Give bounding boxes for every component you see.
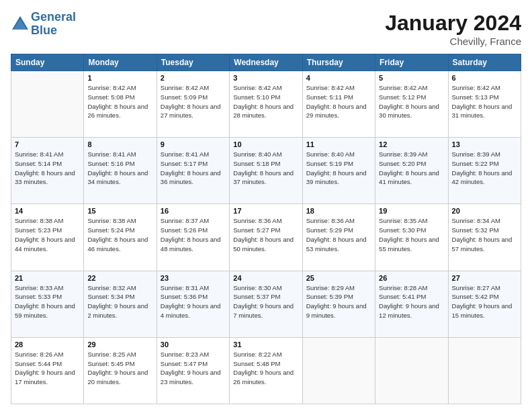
calendar-cell: 1Sunrise: 8:42 AMSunset: 5:08 PMDaylight… xyxy=(84,71,157,138)
day-info: Sunrise: 8:27 AMSunset: 5:42 PMDaylight:… xyxy=(452,283,517,320)
day-info: Sunrise: 8:26 AMSunset: 5:44 PMDaylight:… xyxy=(15,350,80,387)
day-number: 19 xyxy=(379,207,444,215)
calendar-cell xyxy=(11,71,84,138)
day-info: Sunrise: 8:42 AMSunset: 5:11 PMDaylight:… xyxy=(306,83,371,120)
day-info: Sunrise: 8:42 AMSunset: 5:09 PMDaylight:… xyxy=(161,83,226,120)
day-number: 17 xyxy=(233,207,298,215)
day-info: Sunrise: 8:41 AMSunset: 5:16 PMDaylight:… xyxy=(87,150,152,187)
day-number: 25 xyxy=(306,274,371,282)
day-number: 10 xyxy=(233,140,298,148)
calendar-cell: 23Sunrise: 8:31 AMSunset: 5:36 PMDayligh… xyxy=(157,271,229,337)
calendar-cell: 10Sunrise: 8:40 AMSunset: 5:18 PMDayligh… xyxy=(230,138,302,204)
calendar-cell: 15Sunrise: 8:38 AMSunset: 5:24 PMDayligh… xyxy=(84,204,157,271)
calendar-cell: 14Sunrise: 8:38 AMSunset: 5:23 PMDayligh… xyxy=(11,204,84,271)
calendar-cell: 29Sunrise: 8:25 AMSunset: 5:45 PMDayligh… xyxy=(84,337,157,404)
day-info: Sunrise: 8:38 AMSunset: 5:24 PMDaylight:… xyxy=(87,216,152,253)
calendar-cell: 16Sunrise: 8:37 AMSunset: 5:26 PMDayligh… xyxy=(157,204,229,271)
week-row-0: 1Sunrise: 8:42 AMSunset: 5:08 PMDaylight… xyxy=(11,71,521,138)
calendar-cell xyxy=(448,337,521,404)
day-info: Sunrise: 8:42 AMSunset: 5:10 PMDaylight:… xyxy=(233,83,298,120)
logo-icon xyxy=(11,15,30,34)
col-header-friday: Friday xyxy=(375,54,448,71)
day-number: 8 xyxy=(87,140,152,148)
location: Chevilly, France xyxy=(385,36,521,47)
calendar-cell: 21Sunrise: 8:33 AMSunset: 5:33 PMDayligh… xyxy=(11,271,84,337)
day-number: 1 xyxy=(87,74,152,82)
calendar-cell xyxy=(375,337,448,404)
calendar-cell xyxy=(302,337,375,404)
day-info: Sunrise: 8:29 AMSunset: 5:39 PMDaylight:… xyxy=(306,283,371,320)
day-number: 4 xyxy=(306,74,371,82)
calendar-cell: 5Sunrise: 8:42 AMSunset: 5:12 PMDaylight… xyxy=(375,71,448,138)
day-number: 2 xyxy=(161,74,226,82)
calendar-cell: 6Sunrise: 8:42 AMSunset: 5:13 PMDaylight… xyxy=(448,71,521,138)
logo: General Blue xyxy=(11,11,76,38)
title-area: January 2024 Chevilly, France xyxy=(385,11,521,47)
calendar-cell: 20Sunrise: 8:34 AMSunset: 5:32 PMDayligh… xyxy=(448,204,521,271)
day-info: Sunrise: 8:42 AMSunset: 5:13 PMDaylight:… xyxy=(452,83,517,120)
day-number: 27 xyxy=(452,274,517,282)
col-header-thursday: Thursday xyxy=(302,54,375,71)
day-number: 11 xyxy=(306,140,371,148)
day-info: Sunrise: 8:36 AMSunset: 5:27 PMDaylight:… xyxy=(233,216,298,253)
day-info: Sunrise: 8:36 AMSunset: 5:29 PMDaylight:… xyxy=(306,216,371,253)
col-header-saturday: Saturday xyxy=(448,54,521,71)
day-info: Sunrise: 8:35 AMSunset: 5:30 PMDaylight:… xyxy=(379,216,444,253)
header: General Blue January 2024 Chevilly, Fran… xyxy=(11,11,521,47)
calendar-cell: 9Sunrise: 8:41 AMSunset: 5:17 PMDaylight… xyxy=(157,138,229,204)
day-info: Sunrise: 8:23 AMSunset: 5:47 PMDaylight:… xyxy=(161,350,226,387)
calendar-cell: 25Sunrise: 8:29 AMSunset: 5:39 PMDayligh… xyxy=(302,271,375,337)
day-info: Sunrise: 8:42 AMSunset: 5:08 PMDaylight:… xyxy=(87,83,152,120)
day-info: Sunrise: 8:31 AMSunset: 5:36 PMDaylight:… xyxy=(161,283,226,320)
calendar-cell: 31Sunrise: 8:22 AMSunset: 5:48 PMDayligh… xyxy=(230,337,302,404)
day-number: 3 xyxy=(233,74,298,82)
calendar-table: SundayMondayTuesdayWednesdayThursdayFrid… xyxy=(11,54,521,404)
day-number: 30 xyxy=(161,340,226,349)
day-number: 9 xyxy=(161,140,226,148)
day-number: 13 xyxy=(452,140,517,148)
day-info: Sunrise: 8:22 AMSunset: 5:48 PMDaylight:… xyxy=(233,350,298,387)
day-info: Sunrise: 8:39 AMSunset: 5:22 PMDaylight:… xyxy=(452,150,517,187)
day-info: Sunrise: 8:39 AMSunset: 5:20 PMDaylight:… xyxy=(379,150,444,187)
day-number: 23 xyxy=(161,274,226,282)
calendar-cell: 26Sunrise: 8:28 AMSunset: 5:41 PMDayligh… xyxy=(375,271,448,337)
calendar-cell: 17Sunrise: 8:36 AMSunset: 5:27 PMDayligh… xyxy=(230,204,302,271)
day-number: 26 xyxy=(379,274,444,282)
day-info: Sunrise: 8:30 AMSunset: 5:37 PMDaylight:… xyxy=(233,283,298,320)
calendar-cell: 3Sunrise: 8:42 AMSunset: 5:10 PMDaylight… xyxy=(230,71,302,138)
day-number: 15 xyxy=(87,207,152,215)
day-number: 24 xyxy=(233,274,298,282)
day-number: 22 xyxy=(87,274,152,282)
day-info: Sunrise: 8:32 AMSunset: 5:34 PMDaylight:… xyxy=(87,283,152,320)
day-number: 20 xyxy=(452,207,517,215)
day-info: Sunrise: 8:34 AMSunset: 5:32 PMDaylight:… xyxy=(452,216,517,253)
calendar-cell: 11Sunrise: 8:40 AMSunset: 5:19 PMDayligh… xyxy=(302,138,375,204)
calendar-cell: 19Sunrise: 8:35 AMSunset: 5:30 PMDayligh… xyxy=(375,204,448,271)
calendar-cell: 7Sunrise: 8:41 AMSunset: 5:14 PMDaylight… xyxy=(11,138,84,204)
calendar-cell: 13Sunrise: 8:39 AMSunset: 5:22 PMDayligh… xyxy=(448,138,521,204)
day-number: 31 xyxy=(233,340,298,349)
logo-line2: Blue xyxy=(31,24,57,37)
calendar-cell: 28Sunrise: 8:26 AMSunset: 5:44 PMDayligh… xyxy=(11,337,84,404)
day-number: 28 xyxy=(15,340,80,349)
day-number: 7 xyxy=(15,140,80,148)
day-number: 21 xyxy=(15,274,80,282)
day-number: 5 xyxy=(379,74,444,82)
day-info: Sunrise: 8:25 AMSunset: 5:45 PMDaylight:… xyxy=(87,350,152,387)
day-number: 6 xyxy=(452,74,517,82)
col-header-sunday: Sunday xyxy=(11,54,84,71)
month-title: January 2024 xyxy=(385,11,521,36)
day-number: 16 xyxy=(161,207,226,215)
page: General Blue January 2024 Chevilly, Fran… xyxy=(0,0,532,411)
calendar-header-row: SundayMondayTuesdayWednesdayThursdayFrid… xyxy=(11,54,521,71)
calendar-cell: 12Sunrise: 8:39 AMSunset: 5:20 PMDayligh… xyxy=(375,138,448,204)
day-info: Sunrise: 8:41 AMSunset: 5:14 PMDaylight:… xyxy=(15,150,80,187)
calendar-cell: 27Sunrise: 8:27 AMSunset: 5:42 PMDayligh… xyxy=(448,271,521,337)
day-info: Sunrise: 8:40 AMSunset: 5:18 PMDaylight:… xyxy=(233,150,298,187)
calendar-cell: 8Sunrise: 8:41 AMSunset: 5:16 PMDaylight… xyxy=(84,138,157,204)
calendar-cell: 22Sunrise: 8:32 AMSunset: 5:34 PMDayligh… xyxy=(84,271,157,337)
week-row-2: 14Sunrise: 8:38 AMSunset: 5:23 PMDayligh… xyxy=(11,204,521,271)
logo-text: General Blue xyxy=(31,11,76,38)
day-info: Sunrise: 8:37 AMSunset: 5:26 PMDaylight:… xyxy=(161,216,226,253)
col-header-wednesday: Wednesday xyxy=(230,54,302,71)
